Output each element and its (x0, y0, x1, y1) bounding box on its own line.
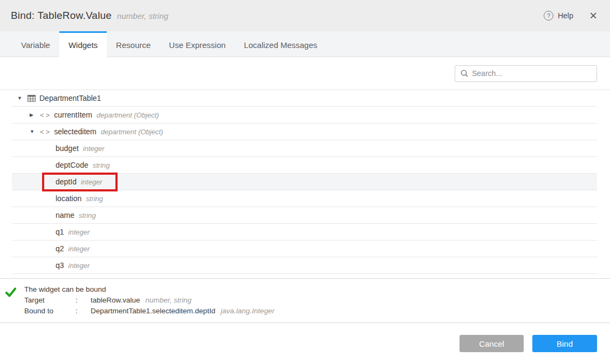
tree-row-q3[interactable]: q3 integer (12, 257, 597, 274)
status-message: The widget can be bound (24, 284, 275, 295)
tab-use-expression[interactable]: Use Expression (160, 31, 235, 57)
header-actions: ? Help × (544, 11, 597, 20)
table-icon (28, 95, 36, 102)
tree-row-q2[interactable]: q2 integer (12, 241, 597, 257)
status-value-type: java.lang.Integer (221, 307, 275, 315)
status-value: DepartmentTable1.selecteditem.deptIdjava… (91, 306, 275, 317)
chevron-down-icon[interactable]: ▼ (30, 129, 37, 134)
tree-type: string (93, 161, 110, 169)
cancel-button[interactable]: Cancel (460, 335, 524, 352)
tree-label: q3 (56, 261, 64, 270)
search-box[interactable] (455, 65, 597, 82)
tree-row-name[interactable]: name string (12, 207, 597, 224)
tree-row-budget[interactable]: budget integer (12, 140, 597, 157)
tab-resource[interactable]: Resource (107, 31, 160, 57)
search-row (0, 57, 610, 90)
tree-type: integer (68, 228, 90, 236)
status-value-type: number, string (146, 296, 192, 304)
status-value-text: tableRow.value (91, 296, 140, 304)
dialog-footer: Cancel Bind (0, 335, 610, 352)
binding-status-panel: The widget can be bound Target : tableRo… (0, 278, 610, 323)
dialog-title-type: number, string (117, 11, 168, 20)
bind-button[interactable]: Bind (532, 335, 597, 352)
status-target-row: Target : tableRow.valuenumber, string (24, 295, 275, 306)
dialog-header: Bind: TableRow.Value number, string ? He… (0, 0, 610, 31)
status-colon: : (76, 306, 91, 317)
tree-type: string (86, 195, 103, 203)
tree-label: currentItem (54, 111, 92, 119)
question-glyph: ? (547, 12, 550, 19)
tab-variable[interactable]: Variable (12, 31, 59, 57)
object-icon: <> (40, 128, 51, 136)
status-colon: : (76, 295, 91, 306)
tree-label: name (56, 211, 74, 219)
tree-label: q1 (56, 228, 64, 236)
tab-widgets[interactable]: Widgets (59, 31, 107, 57)
dialog-title: Bind: TableRow.Value (11, 10, 112, 22)
tree-type: integer (68, 262, 90, 270)
status-value: tableRow.valuenumber, string (91, 295, 275, 306)
tree-row-departmenttable1[interactable]: ▼ DepartmentTable1 (12, 90, 597, 107)
search-icon (461, 70, 468, 77)
tree-label: location (56, 194, 81, 203)
tree-row-currentitem[interactable]: ▶ <> currentItem department (Object) (12, 107, 597, 123)
tree-type: integer (81, 178, 102, 186)
tree-row-q1[interactable]: q1 integer (12, 224, 597, 241)
search-input[interactable] (472, 69, 591, 78)
status-boundto-row: Bound to : DepartmentTable1.selecteditem… (24, 306, 275, 317)
tree-type: department (Object) (101, 128, 163, 136)
tab-bar: Variable Widgets Resource Use Expression… (0, 31, 610, 57)
tree-label: deptCode (56, 161, 88, 169)
tree-label: DepartmentTable1 (39, 94, 101, 102)
success-check-icon (5, 284, 18, 317)
tab-localized-messages[interactable]: Localized Messages (235, 31, 326, 57)
tree-row-selecteditem[interactable]: ▼ <> selecteditem department (Object) (12, 123, 597, 140)
annotation-highlight-box (42, 173, 118, 191)
status-text: The widget can be bound Target : tableRo… (24, 284, 275, 317)
close-icon[interactable]: × (590, 11, 597, 20)
help-icon[interactable]: ? (544, 11, 553, 20)
tree-label: budget (56, 144, 79, 153)
tree-label: selecteditem (54, 127, 97, 136)
tree-label: q2 (56, 244, 64, 253)
tree-type: integer (68, 245, 90, 253)
help-button[interactable]: Help (558, 11, 573, 20)
tree-type: string (79, 211, 96, 219)
tree-label: deptId (56, 177, 77, 186)
widget-tree: ▼ DepartmentTable1 ▶ <> currentItem depa… (12, 90, 597, 274)
tree-row-location[interactable]: location string (12, 190, 597, 207)
status-label: Target (24, 295, 76, 306)
status-label: Bound to (24, 306, 76, 317)
chevron-down-icon[interactable]: ▼ (17, 95, 25, 101)
tree-type: integer (83, 145, 105, 153)
chevron-right-icon[interactable]: ▶ (30, 112, 37, 118)
object-icon: <> (40, 111, 51, 119)
tree-type: department (Object) (97, 111, 159, 119)
tree-row-deptcode[interactable]: deptCode string (12, 157, 597, 174)
status-value-text: DepartmentTable1.selecteditem.deptId (91, 307, 215, 315)
tree-row-deptid[interactable]: deptId integer (12, 174, 597, 190)
